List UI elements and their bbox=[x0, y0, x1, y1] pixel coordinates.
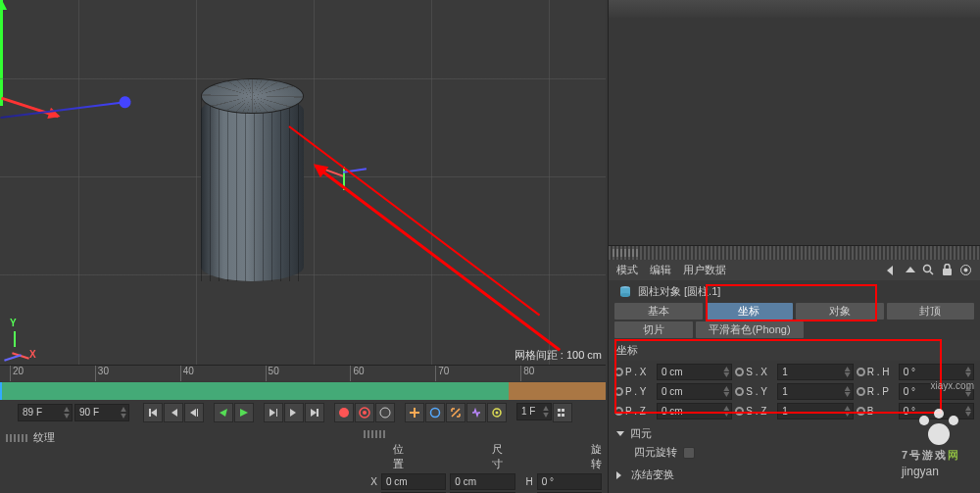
quaternion-checkbox[interactable] bbox=[683, 447, 695, 459]
input-rb[interactable]: 0 ° bbox=[899, 403, 974, 419]
panel-menu: 模式 编辑 用户数据 bbox=[609, 260, 980, 280]
input-sy[interactable]: 1 bbox=[777, 383, 853, 400]
viewport-3d[interactable]: Y X Z 网格间距 : 100 cm bbox=[0, 0, 606, 365]
tab-object[interactable]: 对象 bbox=[796, 303, 884, 320]
next-frame-button[interactable] bbox=[264, 403, 283, 422]
record-button[interactable] bbox=[334, 403, 354, 422]
svg-rect-12 bbox=[410, 412, 419, 414]
freeze-section[interactable]: 冻结变换 bbox=[609, 464, 980, 486]
texture-label: 纹理 bbox=[33, 430, 55, 445]
mini-px[interactable] bbox=[381, 473, 446, 490]
svg-point-10 bbox=[380, 408, 390, 418]
options-button[interactable] bbox=[553, 403, 572, 422]
svg-rect-17 bbox=[562, 409, 564, 412]
input-pz[interactable]: 0 cm bbox=[657, 403, 732, 419]
menu-edit[interactable]: 编辑 bbox=[650, 263, 671, 277]
object-cylinder[interactable] bbox=[201, 78, 304, 299]
coord-grid: P . X0 cm S . X1 R . H0 ° P . Y0 cm S . … bbox=[609, 361, 980, 422]
attributes-panel: 模式 编辑 用户数据 圆柱对象 [圆柱.1] 基本 坐标 对象 封顶 切片 平滑… bbox=[608, 245, 980, 493]
radio-py[interactable] bbox=[614, 387, 623, 396]
top-right-panel bbox=[608, 0, 980, 245]
svg-point-3 bbox=[964, 269, 968, 272]
key-rot-button[interactable] bbox=[425, 403, 445, 422]
key-pla-button[interactable] bbox=[487, 403, 507, 422]
frame-current[interactable]: 1 F bbox=[516, 403, 552, 420]
play-button[interactable] bbox=[234, 403, 254, 422]
input-px[interactable]: 0 cm bbox=[657, 364, 732, 380]
goto-end-button[interactable] bbox=[305, 403, 324, 422]
tab-phong[interactable]: 平滑着色(Phong) bbox=[696, 321, 804, 338]
mini-rh[interactable] bbox=[537, 473, 602, 490]
tab-coord[interactable]: 坐标 bbox=[706, 303, 794, 320]
svg-rect-18 bbox=[558, 414, 561, 417]
nav-back-icon[interactable] bbox=[885, 264, 898, 276]
input-sz[interactable]: 1 bbox=[777, 403, 853, 419]
object-header: 圆柱对象 [圆柱.1] bbox=[609, 280, 980, 301]
input-sx[interactable]: 1 bbox=[777, 364, 853, 380]
input-rh[interactable]: 0 ° bbox=[899, 364, 974, 380]
lock-icon[interactable] bbox=[941, 264, 954, 276]
key-param-button[interactable] bbox=[466, 403, 486, 422]
svg-rect-16 bbox=[558, 409, 561, 412]
quaternion-section[interactable]: 四元 bbox=[609, 422, 980, 445]
radio-pz[interactable] bbox=[614, 407, 623, 416]
watermark-url: xiayx.com bbox=[931, 380, 974, 391]
timeline-scrub[interactable] bbox=[0, 382, 606, 400]
radio-sz[interactable] bbox=[735, 407, 744, 416]
object-name: 圆柱对象 [圆柱.1] bbox=[638, 284, 720, 299]
frame-start[interactable]: 89 F bbox=[18, 404, 73, 421]
radio-rb[interactable] bbox=[857, 407, 865, 416]
nav-up-icon[interactable] bbox=[904, 264, 916, 276]
svg-point-9 bbox=[363, 411, 367, 415]
cylinder-icon bbox=[618, 285, 632, 299]
tab-basic[interactable]: 基本 bbox=[614, 303, 703, 320]
prev-key-button[interactable] bbox=[164, 403, 183, 422]
svg-point-15 bbox=[496, 412, 499, 415]
input-py[interactable]: 0 cm bbox=[657, 383, 732, 400]
svg-point-13 bbox=[431, 409, 440, 418]
coord-mini-panel: 位置 尺寸 旋转 X H Y P bbox=[360, 426, 606, 493]
section-coord-header: 坐标 bbox=[609, 340, 980, 361]
svg-point-0 bbox=[924, 266, 931, 272]
key-pos-button[interactable] bbox=[405, 403, 424, 422]
goto-start-button[interactable] bbox=[143, 403, 163, 422]
radio-rp[interactable] bbox=[857, 387, 865, 396]
timeline-area: 20 30 40 50 60 70 80 89 F 90 F bbox=[0, 365, 606, 493]
frame-end[interactable]: 90 F bbox=[74, 404, 129, 421]
mini-sx[interactable] bbox=[450, 473, 514, 490]
menu-userdata[interactable]: 用户数据 bbox=[683, 263, 726, 277]
search-icon[interactable] bbox=[922, 264, 935, 276]
target-icon[interactable] bbox=[959, 264, 972, 276]
viewport-status: 网格间距 : 100 cm bbox=[514, 348, 602, 363]
svg-rect-19 bbox=[562, 414, 564, 417]
prev-frame-button[interactable] bbox=[184, 403, 204, 422]
svg-point-6 bbox=[620, 293, 630, 297]
tab-slice[interactable]: 切片 bbox=[614, 321, 693, 338]
radio-px[interactable] bbox=[614, 368, 623, 376]
autokey-button[interactable] bbox=[355, 403, 374, 422]
svg-point-7 bbox=[339, 408, 349, 418]
next-key-button[interactable] bbox=[284, 403, 304, 422]
radio-rh[interactable] bbox=[857, 368, 865, 376]
radio-sy[interactable] bbox=[735, 387, 744, 396]
tab-cap[interactable]: 封顶 bbox=[887, 303, 975, 320]
svg-rect-1 bbox=[943, 269, 952, 275]
timeline-ruler[interactable]: 20 30 40 50 60 70 80 bbox=[0, 366, 606, 381]
key-scale-button[interactable] bbox=[446, 403, 466, 422]
keysel-button[interactable] bbox=[375, 403, 395, 422]
menu-mode[interactable]: 模式 bbox=[616, 263, 638, 277]
play-back-button[interactable] bbox=[214, 403, 233, 422]
radio-sx[interactable] bbox=[735, 368, 744, 376]
